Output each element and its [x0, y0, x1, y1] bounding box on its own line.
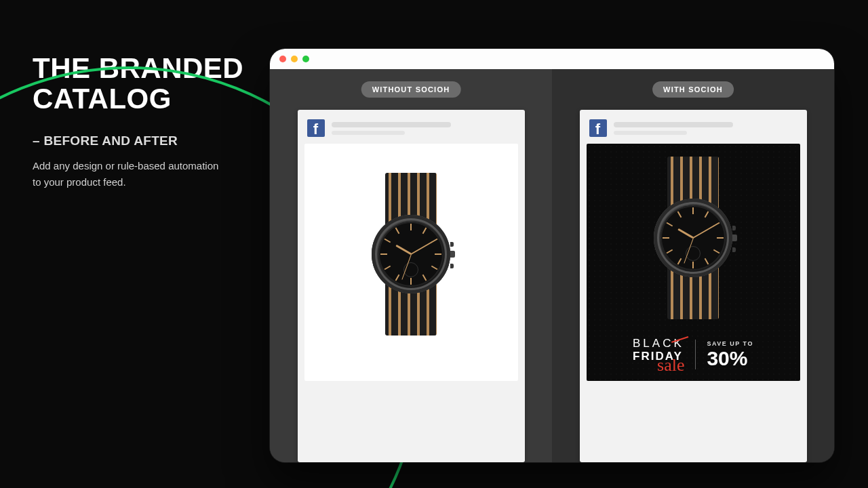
post-header-placeholder: [614, 122, 797, 135]
browser-window: WITHOUT SOCIOH f: [270, 49, 834, 462]
promo-text-sale: sale: [657, 359, 684, 371]
pane-with-label: WITH SOCIOH: [652, 81, 734, 98]
product-watch-icon: [652, 157, 734, 319]
promo-save-value: 30%: [707, 348, 753, 369]
pane-without: WITHOUT SOCIOH f: [270, 69, 552, 462]
traffic-light-zoom-icon[interactable]: [302, 56, 309, 62]
promo-divider: [695, 340, 696, 369]
promo-overlay: BLACK FRIDAY sale SAVE UP TO 30%: [587, 338, 800, 371]
pane-with: WITH SOCIOH f: [552, 69, 834, 462]
facebook-icon: f: [307, 119, 325, 137]
traffic-light-close-icon[interactable]: [279, 56, 286, 62]
promo-save: SAVE UP TO 30%: [707, 340, 753, 369]
facebook-icon: f: [589, 119, 607, 137]
hero-title-line1: THE BRANDED: [33, 52, 243, 84]
post-creative-plain: [304, 144, 518, 381]
post-header-placeholder: [332, 122, 515, 135]
feed-post-without: f: [298, 110, 525, 462]
compare-panes: WITHOUT SOCIOH f: [270, 69, 834, 462]
pane-without-label: WITHOUT SOCIOH: [361, 81, 461, 98]
hero-title: THE BRANDED CATALOG: [33, 53, 250, 115]
promo-black-friday: BLACK FRIDAY sale: [633, 338, 684, 371]
product-watch-icon: [370, 173, 452, 336]
hero-title-line2: CATALOG: [33, 83, 172, 115]
hero-description: Add any design or rule-based automation …: [33, 158, 229, 190]
traffic-light-minimize-icon[interactable]: [291, 56, 298, 62]
hero-copy: THE BRANDED CATALOG – BEFORE AND AFTER A…: [33, 53, 250, 190]
post-header: f: [304, 117, 518, 144]
hero-subtitle: – BEFORE AND AFTER: [33, 134, 250, 148]
feed-post-with: f: [580, 110, 807, 462]
window-titlebar: [270, 49, 834, 69]
promo-save-label: SAVE UP TO: [707, 340, 753, 347]
post-creative-branded: BLACK FRIDAY sale SAVE UP TO 30%: [587, 144, 800, 381]
promo-text-black: BLACK: [633, 338, 684, 349]
post-header: f: [587, 117, 800, 144]
